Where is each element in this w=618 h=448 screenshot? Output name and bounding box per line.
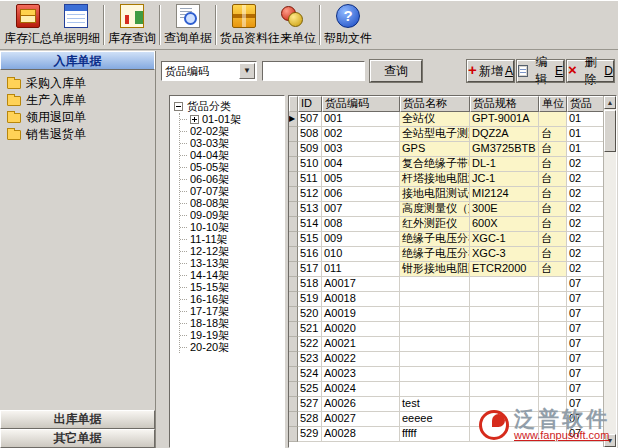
cell-code: 001: [322, 112, 400, 127]
query-button[interactable]: 查询: [370, 60, 422, 82]
cell-id: 507: [298, 112, 322, 127]
cell-id: 513: [298, 202, 322, 217]
tree-item[interactable]: 20-20架: [180, 341, 284, 353]
sidebar-item[interactable]: 生产入库单: [0, 92, 155, 109]
record-selector[interactable]: [289, 217, 298, 232]
table-row[interactable]: 512 006 接地电阻测试仪 MI2124 台 02: [289, 187, 603, 202]
record-selector[interactable]: [289, 307, 298, 322]
toolbar-button-label: 库存查询: [108, 30, 156, 47]
column-header-unit[interactable]: 单位: [539, 96, 567, 112]
table-row[interactable]: 524 A0023 07: [289, 367, 603, 382]
record-selector[interactable]: [289, 142, 298, 157]
sidebar-item[interactable]: 领用退回单: [0, 109, 155, 126]
table-row[interactable]: 522 A0021 07: [289, 337, 603, 352]
table-row[interactable]: 517 011 钳形接地电阻阻值 ETCR2000 台 02: [289, 262, 603, 277]
main-toolbar: 库存汇总 单据明细 库存查询: [0, 0, 618, 50]
table-row[interactable]: 507 001 全站仪 GPT-9001A 01: [289, 112, 603, 127]
cell-name: 复合绝缘子带电测: [400, 157, 470, 172]
record-selector[interactable]: [289, 292, 298, 307]
action-button[interactable]: 删除 D: [567, 60, 614, 82]
tree-connector: [180, 347, 187, 348]
table-row[interactable]: 523 A0022 07: [289, 352, 603, 367]
column-header-id[interactable]: ID: [298, 96, 322, 112]
record-selector[interactable]: [289, 382, 298, 397]
scroll-up-button[interactable]: ▲: [604, 96, 616, 109]
sidebar-group-inbound[interactable]: 入库单据: [0, 51, 155, 70]
record-selector[interactable]: [289, 127, 298, 142]
column-header-category[interactable]: 货品: [567, 96, 603, 112]
cell-id: 523: [298, 352, 322, 367]
toolbar-button[interactable]: 往来单位: [268, 2, 316, 48]
toolbar-group: 查询单据: [156, 2, 212, 48]
toolbar-button-label: 库存汇总: [4, 30, 52, 47]
record-selector[interactable]: [289, 202, 298, 217]
column-header-spec[interactable]: 货品规格: [470, 96, 539, 112]
cell-category: 07: [567, 277, 603, 292]
table-row[interactable]: 508 002 全站型电子测距仪 DQZ2A 台 01: [289, 127, 603, 142]
action-hotkey: D: [604, 64, 613, 78]
record-selector[interactable]: [289, 187, 298, 202]
sidebar-group-button[interactable]: 出库单据: [0, 410, 155, 429]
record-selector[interactable]: [289, 337, 298, 352]
category-tree: 货品分类 01-01架 02-02架: [169, 95, 285, 448]
record-selector[interactable]: [289, 247, 298, 262]
cell-code: A0017: [322, 277, 400, 292]
table-row[interactable]: 513 007 高度测量仪（声 300E 台 02: [289, 202, 603, 217]
cell-unit: 台: [539, 157, 567, 172]
record-selector[interactable]: [289, 112, 298, 127]
toolbar-button[interactable]: 查询单据: [164, 2, 212, 48]
vertical-scrollbar[interactable]: ▲ ▼: [603, 96, 616, 447]
action-button[interactable]: 编辑 E: [517, 60, 564, 82]
cell-name: 钳形接地电阻阻值: [400, 262, 470, 277]
cell-name: 绝缘子电压分布测: [400, 247, 470, 262]
record-selector[interactable]: [289, 157, 298, 172]
sidebar-item-label: 生产入库单: [26, 92, 86, 109]
cell-unit: [539, 382, 567, 397]
cell-code: 010: [322, 247, 400, 262]
table-row[interactable]: 515 009 绝缘子电压分布测 XGC-1 台 02: [289, 232, 603, 247]
table-row[interactable]: 511 005 杆塔接地电阻测试 JC-1 台 02: [289, 172, 603, 187]
column-header-code[interactable]: 货品编码: [322, 96, 400, 112]
cell-category: 02: [567, 172, 603, 187]
search-input[interactable]: [262, 61, 365, 81]
cell-code: 009: [322, 232, 400, 247]
record-selector[interactable]: [289, 322, 298, 337]
table-row[interactable]: 510 004 复合绝缘子带电测 DL-1 台 02: [289, 157, 603, 172]
collapse-icon[interactable]: [174, 102, 183, 111]
table-row[interactable]: 521 A0020 07: [289, 322, 603, 337]
table-row[interactable]: 520 A0019 07: [289, 307, 603, 322]
record-selector[interactable]: [289, 172, 298, 187]
toolbar-button[interactable]: 帮助文件: [324, 2, 372, 48]
action-button[interactable]: 新增 A: [467, 60, 514, 82]
toolbar-button[interactable]: 货品资料: [220, 2, 268, 48]
record-selector[interactable]: [289, 352, 298, 367]
record-selector[interactable]: [289, 412, 298, 427]
table-row[interactable]: 519 A0018 07: [289, 292, 603, 307]
expand-icon[interactable]: [190, 115, 199, 124]
tree-connector: [180, 203, 187, 204]
sidebar-item[interactable]: 采购入库单: [0, 75, 155, 92]
table-row[interactable]: 516 010 绝缘子电压分布测 XGC-3 台 02: [289, 247, 603, 262]
table-row[interactable]: 518 A0017 07: [289, 277, 603, 292]
record-selector[interactable]: [289, 397, 298, 412]
record-selector[interactable]: [289, 232, 298, 247]
toolbar-button[interactable]: 单据明细: [52, 2, 100, 48]
record-selector[interactable]: [289, 427, 298, 442]
scrollbar-thumb[interactable]: [604, 110, 616, 152]
tree-item[interactable]: 01-01架: [180, 113, 284, 125]
column-header-name[interactable]: 货品名称: [400, 96, 470, 112]
record-selector[interactable]: [289, 367, 298, 382]
toolbar-button[interactable]: 库存查询: [108, 2, 156, 48]
sidebar-item[interactable]: 销售退货单: [0, 126, 155, 143]
field-dropdown[interactable]: 货品编码 ▼: [161, 61, 257, 81]
sidebar-group-button[interactable]: 其它单据: [0, 429, 155, 448]
record-selector[interactable]: [289, 262, 298, 277]
chevron-down-icon[interactable]: ▼: [239, 63, 255, 79]
table-row[interactable]: 525 A0024 07: [289, 382, 603, 397]
table-row[interactable]: 514 008 红外测距仪 600X 台 02: [289, 217, 603, 232]
toolbar-button[interactable]: 库存汇总: [4, 2, 52, 48]
cell-category: 07: [567, 322, 603, 337]
table-row[interactable]: 509 003 GPS GM3725BTB 台 01: [289, 142, 603, 157]
record-selector[interactable]: [289, 277, 298, 292]
cell-category: 07: [567, 382, 603, 397]
